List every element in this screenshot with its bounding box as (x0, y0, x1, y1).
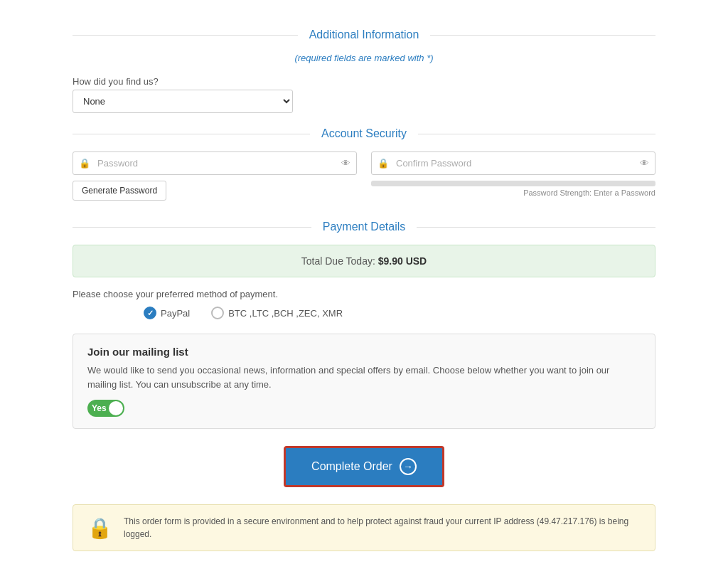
confirm-eye-icon[interactable]: 👁 (640, 158, 649, 169)
how-find-select[interactable]: None Google Bing Facebook Twitter Friend… (73, 90, 293, 113)
mailing-toggle[interactable]: Yes (87, 400, 124, 417)
page-wrapper: Additional Information (required fields … (44, 0, 684, 569)
payment-method-label: Please choose your preferred method of p… (73, 289, 655, 299)
password-input[interactable] (95, 152, 341, 174)
how-find-label: How did you find us? (73, 76, 655, 87)
password-input-wrapper: 🔒 👁 (73, 151, 357, 175)
password-fields-row: 🔒 👁 Generate Password 🔒 👁 Password Stren… (73, 151, 655, 201)
toggle-slider: Yes (87, 400, 124, 417)
paypal-option[interactable]: PayPal (144, 307, 190, 319)
total-due-bar: Total Due Today: $9.90 USD (73, 245, 655, 277)
complete-order-label: Complete Order (311, 460, 392, 473)
payment-options: PayPal BTC ,LTC ,BCH ,ZEC, XMR (73, 307, 655, 319)
additional-info-subtitle: (required fields are marked with *) (73, 53, 655, 63)
confirm-lock-icon: 🔒 (378, 158, 389, 169)
generate-password-button[interactable]: Generate Password (73, 181, 166, 201)
confirm-password-col: 🔒 👁 Password Strength: Enter a Password (371, 151, 655, 197)
toggle-yes-label: Yes (92, 403, 107, 413)
mailing-list-text: We would like to send you occasional new… (87, 363, 641, 391)
password-lock-icon: 🔒 (79, 158, 90, 169)
mailing-list-title: Join our mailing list (87, 346, 641, 358)
complete-order-wrapper: Complete Order → (73, 446, 655, 487)
account-security-title: Account Security (310, 127, 418, 140)
password-col: 🔒 👁 Generate Password (73, 151, 357, 201)
password-eye-icon[interactable]: 👁 (341, 158, 350, 169)
mailing-list-box: Join our mailing list We would like to s… (73, 334, 655, 429)
crypto-radio-empty[interactable] (211, 307, 224, 319)
total-due-amount: $9.90 USD (378, 255, 427, 267)
paypal-label: PayPal (161, 308, 190, 319)
arrow-circle-icon: → (400, 458, 417, 475)
crypto-option[interactable]: BTC ,LTC ,BCH ,ZEC, XMR (211, 307, 343, 319)
strength-text: Password Strength: Enter a Password (371, 188, 655, 197)
how-find-group: How did you find us? None Google Bing Fa… (73, 76, 655, 113)
crypto-label: BTC ,LTC ,BCH ,ZEC, XMR (228, 308, 343, 319)
security-notice-text: This order form is provided in a secure … (124, 515, 641, 541)
mailing-toggle-wrapper: Yes (87, 400, 641, 417)
strength-bar-wrapper (371, 181, 655, 186)
payment-details-title: Payment Details (311, 220, 417, 233)
security-notice: 🔒 This order form is provided in a secur… (73, 504, 655, 551)
complete-order-button[interactable]: Complete Order → (284, 446, 444, 487)
payment-details-divider: Payment Details (73, 220, 655, 233)
paypal-radio-filled[interactable] (144, 307, 156, 319)
additional-info-title: Additional Information (298, 28, 431, 41)
account-security-divider: Account Security (73, 127, 655, 140)
security-lock-icon: 🔒 (87, 516, 112, 540)
confirm-password-input-wrapper: 🔒 👁 (371, 151, 655, 175)
additional-info-header: Additional Information (required fields … (73, 28, 655, 63)
total-due-label: Total Due Today: (301, 255, 375, 267)
confirm-password-input[interactable] (393, 152, 640, 174)
additional-info-divider: Additional Information (73, 28, 655, 41)
